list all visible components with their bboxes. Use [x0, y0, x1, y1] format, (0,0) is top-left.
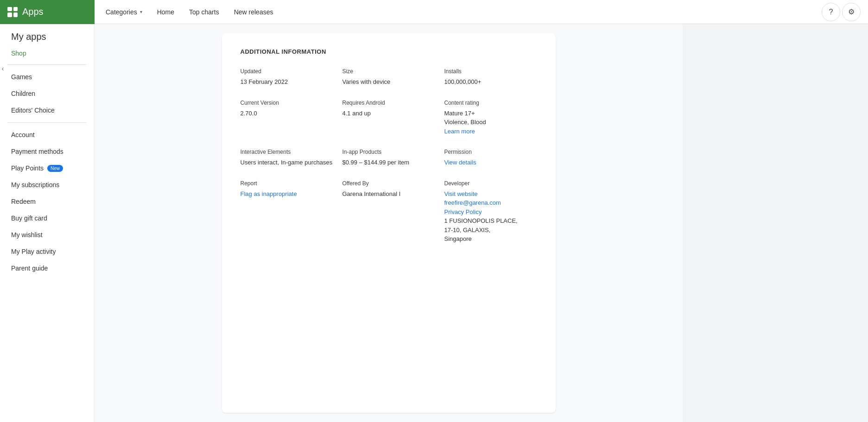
- info-grid-row1: Updated 13 February 2022 Size Varies wit…: [241, 68, 537, 87]
- learn-more-link[interactable]: Learn more: [444, 127, 537, 136]
- info-grid-row3: Interactive Elements Users interact, In-…: [241, 149, 537, 167]
- settings-button[interactable]: ⚙: [842, 3, 861, 21]
- installs-cell: Installs 100,000,000+: [444, 68, 537, 87]
- version-value: 2.70.0: [241, 109, 333, 118]
- developer-label: Developer: [444, 180, 537, 187]
- apps-grid-icon: [7, 7, 18, 17]
- updated-label: Updated: [241, 68, 333, 75]
- android-label: Requires Android: [342, 100, 435, 106]
- content-rating-label: Content rating: [444, 100, 537, 106]
- categories-nav[interactable]: Categories ▾: [98, 0, 150, 24]
- nav-right-icons: ? ⚙: [822, 3, 868, 21]
- top-charts-nav[interactable]: Top charts: [182, 0, 227, 24]
- sidebar-play-activity[interactable]: My Play activity: [0, 243, 94, 260]
- sidebar-games[interactable]: Games: [0, 69, 94, 85]
- android-cell: Requires Android 4.1 and up: [342, 100, 435, 136]
- sidebar-account[interactable]: Account: [0, 126, 94, 143]
- installs-value: 100,000,000+: [444, 77, 537, 87]
- installs-label: Installs: [444, 68, 537, 75]
- sidebar-subscriptions[interactable]: My subscriptions: [0, 176, 94, 193]
- sidebar-buy-gift-card[interactable]: Buy gift card: [0, 210, 94, 227]
- content-rating-value1: Mature 17+: [444, 109, 537, 118]
- sidebar-my-apps[interactable]: My apps: [0, 24, 94, 46]
- right-panel: [683, 24, 868, 422]
- developer-cell: Developer Visit website freefire@garena.…: [444, 180, 537, 244]
- permission-label: Permission: [444, 149, 537, 155]
- size-value: Varies with device: [342, 77, 435, 87]
- developer-address2: 17-10, GALAXIS,: [444, 226, 537, 235]
- sidebar-shop[interactable]: Shop: [0, 46, 94, 61]
- permission-cell: Permission View details: [444, 149, 537, 167]
- help-button[interactable]: ?: [822, 3, 840, 21]
- new-releases-nav[interactable]: New releases: [227, 0, 281, 24]
- top-nav-bar: Apps Categories ▾ Home Top charts New re…: [0, 0, 868, 24]
- home-nav[interactable]: Home: [150, 0, 182, 24]
- size-cell: Size Varies with device: [342, 68, 435, 87]
- content-card: ADDITIONAL INFORMATION Updated 13 Februa…: [222, 33, 556, 413]
- sidebar-wishlist[interactable]: My wishlist: [0, 227, 94, 243]
- version-cell: Current Version 2.70.0: [241, 100, 333, 136]
- interactive-value: Users interact, In-game purchases: [241, 158, 333, 167]
- updated-cell: Updated 13 February 2022: [241, 68, 333, 87]
- version-label: Current Version: [241, 100, 333, 106]
- developer-address3: Singapore: [444, 234, 537, 244]
- sidebar-divider-1: [7, 64, 87, 65]
- flag-link[interactable]: Flag as inappropriate: [241, 189, 333, 199]
- nav-items: Categories ▾ Home Top charts New release…: [95, 0, 822, 24]
- sidebar-payment-methods[interactable]: Payment methods: [0, 143, 94, 160]
- inapp-value: $0.99 – $144.99 per item: [342, 158, 435, 167]
- privacy-policy-link[interactable]: Privacy Policy: [444, 208, 537, 217]
- chevron-down-icon: ▾: [140, 9, 142, 14]
- report-label: Report: [241, 180, 333, 187]
- offered-by-label: Offered By: [342, 180, 435, 187]
- main-layout: My apps Shop ‹ Games Children Editors' C…: [0, 24, 868, 422]
- inapp-cell: In-app Products $0.99 – $144.99 per item: [342, 149, 435, 167]
- info-grid-row4: Report Flag as inappropriate Offered By …: [241, 180, 537, 244]
- view-details-link[interactable]: View details: [444, 158, 537, 167]
- interactive-label: Interactive Elements: [241, 149, 333, 155]
- sidebar-play-points[interactable]: Play Points New: [0, 160, 94, 176]
- new-badge: New: [47, 165, 63, 172]
- app-title: Apps: [22, 6, 44, 17]
- section-title: ADDITIONAL INFORMATION: [241, 48, 537, 55]
- sidebar-parent-guide[interactable]: Parent guide: [0, 260, 94, 277]
- sidebar-divider-2: [7, 122, 87, 123]
- info-grid-row2: Current Version 2.70.0 Requires Android …: [241, 100, 537, 136]
- offered-by-value: Garena International I: [342, 189, 435, 199]
- content-rating-value2: Violence, Blood: [444, 118, 537, 127]
- sidebar-children[interactable]: Children: [0, 85, 94, 102]
- content-area: ADDITIONAL INFORMATION Updated 13 Februa…: [95, 24, 683, 422]
- report-cell: Report Flag as inappropriate: [241, 180, 333, 244]
- developer-address1: 1 FUSIONOPOLIS PLACE,: [444, 216, 537, 226]
- sidebar-redeem[interactable]: Redeem: [0, 193, 94, 210]
- logo-area: Apps: [0, 0, 95, 24]
- updated-value: 13 February 2022: [241, 77, 333, 87]
- visit-website-link[interactable]: Visit website: [444, 189, 537, 199]
- inapp-label: In-app Products: [342, 149, 435, 155]
- sidebar-editors-choice[interactable]: Editors' Choice: [0, 102, 94, 119]
- size-label: Size: [342, 68, 435, 75]
- content-rating-cell: Content rating Mature 17+ Violence, Bloo…: [444, 100, 537, 136]
- android-value: 4.1 and up: [342, 109, 435, 118]
- offered-by-cell: Offered By Garena International I: [342, 180, 435, 244]
- interactive-cell: Interactive Elements Users interact, In-…: [241, 149, 333, 167]
- sidebar: My apps Shop ‹ Games Children Editors' C…: [0, 24, 95, 422]
- categories-label: Categories: [106, 8, 137, 16]
- developer-email-link[interactable]: freefire@garena.com: [444, 198, 537, 208]
